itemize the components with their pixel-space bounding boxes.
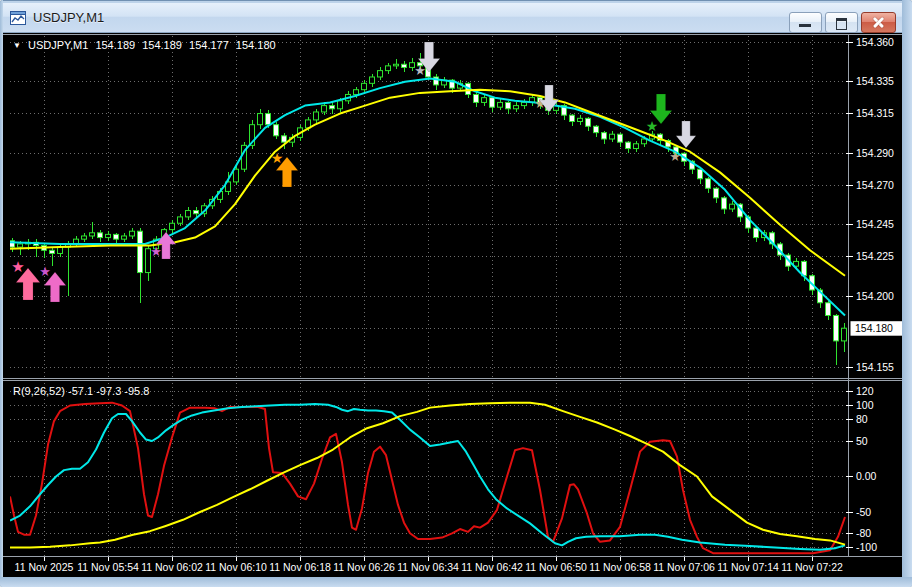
price-axis-label: 154.225 — [856, 250, 894, 262]
restore-button[interactable] — [825, 12, 858, 33]
time-axis-label: 11 Nov 06:34 — [397, 561, 459, 573]
time-axis-label: 11 Nov 07:14 — [717, 561, 779, 573]
chart-icon — [10, 10, 26, 26]
high-value: 154.189 — [142, 39, 182, 51]
signal-star: ★ — [669, 149, 681, 164]
time-axis-label: 11 Nov 07:06 — [653, 561, 715, 573]
time-axis-label: 11 Nov 06:10 — [205, 561, 267, 573]
indicator-axis-label: -100 — [856, 541, 877, 553]
time-axis-label: 11 Nov 06:26 — [333, 561, 395, 573]
chart-window: ★★★★★★★★154.360154.335154.315154.290154.… — [0, 0, 912, 587]
price-axis-label: 154.335 — [856, 75, 894, 87]
minimize-button[interactable] — [789, 12, 822, 33]
price-axis-label: 154.270 — [856, 179, 894, 191]
indicator-axis-label: -80 — [856, 527, 871, 539]
price-axis-label: 154.155 — [856, 361, 894, 373]
current-price-label: 154.180 — [855, 322, 893, 334]
price-axis-label: 154.245 — [856, 218, 894, 230]
symbol-label: USDJPY,M1 — [28, 39, 88, 51]
current-price-box: 154.180 — [851, 321, 909, 336]
signal-star: ★ — [646, 118, 659, 134]
signal-star: ★ — [150, 244, 162, 259]
window-title: USDJPY,M1 — [33, 10, 104, 25]
indicator-axis-label: 80 — [856, 413, 868, 425]
indicator-header: R(9,26,52) -57.1 -97.3 -95.8 — [13, 385, 149, 397]
time-axis-label: 11 Nov 05:54 — [77, 561, 139, 573]
price-axis-label: 154.315 — [856, 107, 894, 119]
indicator-name: R(9,26,52) — [13, 385, 65, 397]
window-border-bottom — [0, 577, 912, 587]
window-border-left — [0, 0, 3, 587]
indicator-axis-label: 100 — [856, 399, 874, 411]
time-axis-label: 11 Nov 06:02 — [141, 561, 203, 573]
close-value: 154.180 — [236, 39, 276, 51]
time-axis-label: 11 Nov 06:42 — [461, 561, 523, 573]
price-axis-label: 154.290 — [856, 147, 894, 159]
indicator-axis-label: -50 — [856, 506, 871, 518]
signal-star: ★ — [11, 258, 24, 276]
restore-icon — [836, 18, 847, 30]
time-axis-label: 11 Nov 07:22 — [781, 561, 843, 573]
indicator-axis-label: 0.00 — [856, 470, 877, 482]
time-axis-label: 11 Nov 2025 — [15, 561, 74, 573]
chevron-down-icon[interactable]: ▼ — [13, 41, 21, 50]
low-value: 154.177 — [189, 39, 229, 51]
time-axis-label: 11 Nov 06:58 — [589, 561, 651, 573]
close-button[interactable] — [861, 12, 896, 33]
minimize-icon — [799, 24, 811, 27]
plot-backgrounds[interactable] — [3, 32, 902, 577]
titlebar[interactable]: USDJPY,M1 — [3, 3, 902, 33]
price-axis-label: 154.360 — [856, 36, 894, 48]
time-axis-label: 11 Nov 06:18 — [269, 561, 331, 573]
window-border-right — [902, 0, 912, 587]
indicator-axis-label: 50 — [856, 435, 868, 447]
indicator-values: -57.1 -97.3 -95.8 — [68, 385, 149, 397]
price-axis-label: 154.200 — [856, 290, 894, 302]
open-value: 154.189 — [95, 39, 135, 51]
indicator-axis-label: 120 — [856, 385, 874, 397]
time-axis-label: 11 Nov 06:50 — [525, 561, 587, 573]
ohlc-header: ▼ USDJPY,M1 154.189 154.189 154.177 154.… — [13, 39, 280, 51]
chart-canvas[interactable]: ★★★★★★★★154.360154.335154.315154.290154.… — [0, 0, 912, 587]
signal-star: ★ — [39, 264, 51, 279]
